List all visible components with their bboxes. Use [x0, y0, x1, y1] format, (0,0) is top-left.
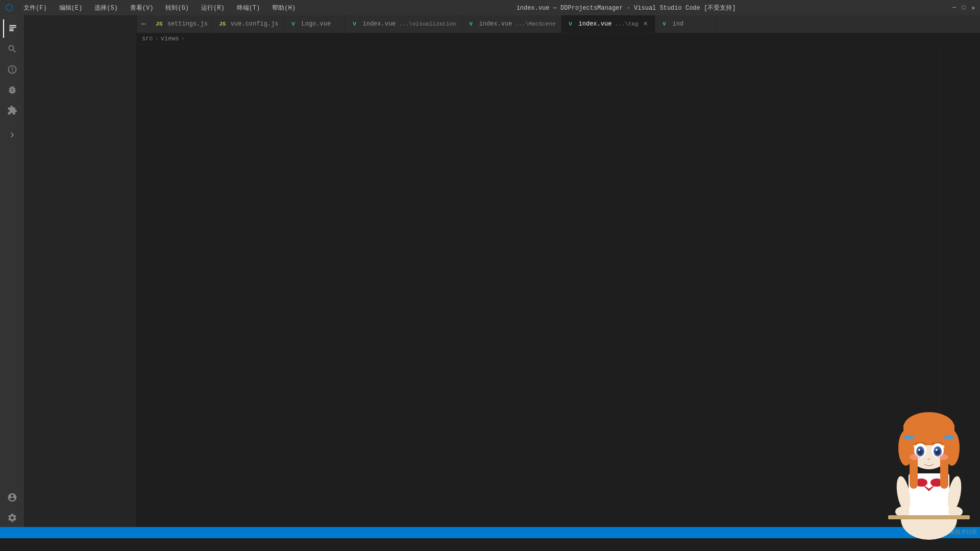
vscode-logo: ⬡: [5, 2, 13, 13]
tab-label: index.vue: [579, 20, 612, 28]
tab-close-button[interactable]: ×: [642, 20, 650, 28]
status-bar: [0, 527, 980, 538]
maximize-button[interactable]: □: [962, 5, 966, 11]
menu-select[interactable]: 选择(S): [90, 3, 122, 13]
js-icon: JS: [218, 21, 227, 27]
menu-help[interactable]: 帮助(H): [268, 3, 300, 13]
activity-bar: [0, 15, 24, 527]
activity-settings[interactable]: [3, 509, 21, 527]
vue-icon: V: [660, 21, 669, 27]
tab-logo[interactable]: VLogo.vue: [284, 15, 345, 33]
tab-settings[interactable]: JSsettings.js: [150, 15, 213, 33]
breadcrumb-separator: ›: [181, 35, 185, 42]
tab-label: settings.js: [167, 20, 208, 28]
activity-search[interactable]: [3, 40, 21, 58]
tab-ind-short[interactable]: Vind: [655, 15, 717, 33]
window-controls: ─ □ ✕: [952, 5, 975, 11]
js-icon: JS: [155, 21, 163, 27]
minimap: [939, 44, 980, 527]
window-title: index.vue — DDProjectsManager - Visual S…: [304, 4, 948, 12]
tab-subtitle: ...\visualization: [399, 21, 456, 27]
menu-edit[interactable]: 编辑(E): [55, 3, 87, 13]
line-numbers: [137, 44, 165, 527]
tab-label: Logo.vue: [301, 20, 331, 28]
tab-subtitle: ...\MacScene: [515, 21, 555, 27]
activity-account[interactable]: [3, 488, 21, 507]
minimize-button[interactable]: ─: [952, 5, 956, 11]
close-button[interactable]: ✕: [971, 5, 975, 11]
menu-view[interactable]: 查看(V): [126, 3, 158, 13]
tab-label: index.vue: [479, 20, 512, 28]
tab-index-vis[interactable]: Vindex.vue...\visualization: [345, 15, 461, 33]
tabs-overflow[interactable]: ⋯: [137, 19, 150, 29]
menu-file[interactable]: 文件(F): [19, 3, 51, 13]
main-layout: ⋯ JSsettings.jsJSvue.config.jsVLogo.vueV…: [0, 15, 980, 527]
sidebar: [24, 15, 137, 527]
activity-scm[interactable]: [3, 60, 21, 79]
breadcrumb: src›views›: [137, 33, 980, 44]
vue-icon: V: [289, 21, 297, 27]
tab-label: vue.config.js: [231, 20, 279, 28]
code-editor[interactable]: [165, 44, 939, 527]
tab-index-mac[interactable]: Vindex.vue...\MacScene: [462, 15, 561, 33]
activity-debug[interactable]: [3, 81, 21, 99]
tab-label: ind: [673, 20, 684, 28]
breadcrumb-part[interactable]: views: [161, 35, 179, 42]
activity-forward[interactable]: [3, 126, 21, 144]
menu-terminal[interactable]: 终端(T): [233, 3, 264, 13]
breadcrumb-part[interactable]: src: [142, 35, 153, 42]
watermark-text: @掘金技术社区: [940, 528, 977, 536]
titlebar: ⬡ 文件(F) 编辑(E) 选择(S) 查看(V) 转到(G) 运行(R) 终端…: [0, 0, 980, 15]
menu-run[interactable]: 运行(R): [197, 3, 229, 13]
tab-label: index.vue: [362, 20, 396, 28]
menu-goto[interactable]: 转到(G): [161, 3, 193, 13]
breadcrumb-separator: ›: [155, 35, 159, 42]
vue-icon: V: [467, 21, 475, 27]
activity-extensions[interactable]: [3, 101, 21, 119]
vue-icon: V: [567, 21, 575, 27]
tab-vue-config[interactable]: JSvue.config.js: [213, 15, 284, 33]
editor-area: ⋯ JSsettings.jsJSvue.config.jsVLogo.vueV…: [137, 15, 980, 527]
activity-explorer[interactable]: [3, 19, 21, 38]
editor-content[interactable]: [137, 44, 980, 527]
tab-index-tag[interactable]: Vindex.vue...\tag×: [561, 15, 655, 33]
vue-icon: V: [350, 21, 358, 27]
tab-bar: ⋯ JSsettings.jsJSvue.config.jsVLogo.vueV…: [137, 15, 980, 33]
tab-subtitle: ...\tag: [615, 21, 638, 27]
